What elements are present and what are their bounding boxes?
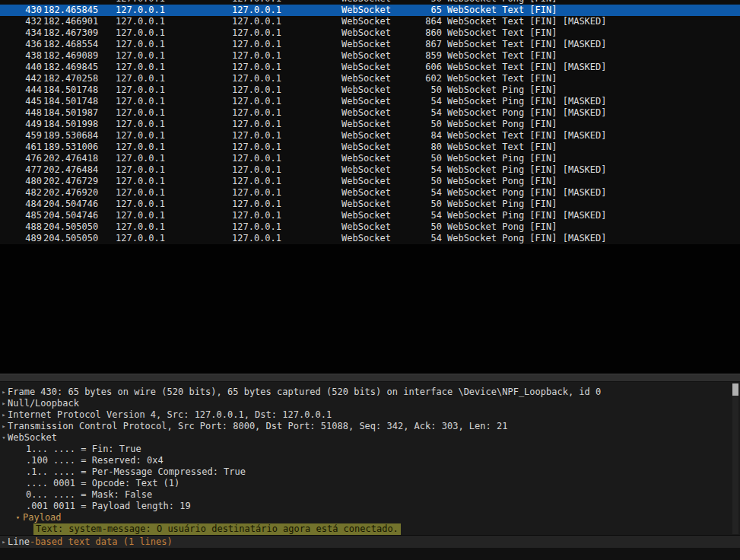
packet-row[interactable]: 438182.469089127.0.0.1127.0.0.1WebSocket… — [0, 50, 740, 62]
cell-info: WebSocket Text [FIN] — [442, 142, 740, 153]
detail-tree-item[interactable]: .1.. .... = Per-Message Compressed: True — [0, 466, 740, 478]
cell-proto: WebSocket — [340, 27, 416, 39]
cell-no: 442 — [0, 73, 42, 84]
expand-arrow-icon[interactable]: ▸ — [0, 538, 8, 546]
detail-tree-item[interactable]: Text: system-message: O usuário destinat… — [0, 523, 740, 535]
packet-row[interactable]: 444184.501748127.0.0.1127.0.0.1WebSocket… — [0, 84, 740, 96]
detail-tree-item[interactable]: .... 0001 = Opcode: Text (1) — [0, 478, 740, 489]
cell-src: 127.0.0.1 — [114, 119, 230, 130]
cell-no: 476 — [0, 153, 42, 164]
cell-src: 127.0.0.1 — [114, 221, 230, 233]
packet-row[interactable]: 449184.501998127.0.0.1127.0.0.1WebSocket… — [0, 119, 740, 130]
detail-tree-item[interactable]: ▸Null/Loopback — [0, 398, 740, 409]
cell-dst: 127.0.0.1 — [230, 39, 340, 50]
cell-proto: WebSocket — [340, 187, 416, 199]
detail-tree-item[interactable]: .100 .... = Reserved: 0x4 — [0, 455, 740, 466]
packet-row[interactable]: 477202.476484127.0.0.1127.0.0.1WebSocket… — [0, 164, 740, 176]
cell-info: WebSocket Pong [FIN] — [442, 176, 740, 187]
detail-item-label: 1... .... = Fin: True — [26, 444, 141, 455]
detail-tree-item[interactable]: ▾WebSocket — [0, 432, 740, 444]
cell-info: WebSocket Ping [FIN] [MASKED] — [442, 164, 740, 176]
cell-info: WebSocket Text [FIN] [MASKED] — [442, 62, 740, 73]
packet-row[interactable]: 476202.476418127.0.0.1127.0.0.1WebSocket… — [0, 153, 740, 164]
detail-scrollbar[interactable] — [732, 383, 738, 534]
cell-no: 448 — [0, 107, 42, 119]
cell-info: WebSocket Ping [FIN] [MASKED] — [442, 210, 740, 221]
cell-time: 182.469845 — [42, 62, 114, 73]
detail-tree-item[interactable]: 0... .... = Mask: False — [0, 489, 740, 501]
cell-time: 204.505050 — [42, 221, 114, 233]
packet-row[interactable]: 436182.468554127.0.0.1127.0.0.1WebSocket… — [0, 39, 740, 50]
wireshark-window: 127.0.0.1127.0.0.1WebSocket50WebSocket P… — [0, 0, 740, 560]
packet-row[interactable]: 432182.466901127.0.0.1127.0.0.1WebSocket… — [0, 16, 740, 27]
packet-row[interactable]: 488204.505050127.0.0.1127.0.0.1WebSocket… — [0, 221, 740, 233]
packet-row-selected[interactable]: 430182.465845127.0.0.1127.0.0.1WebSocket… — [0, 5, 740, 16]
cell-no: 477 — [0, 164, 42, 176]
detail-pane-bottom-space — [0, 548, 740, 560]
expand-arrow-icon[interactable]: ▸ — [0, 409, 8, 421]
cell-no: 430 — [0, 5, 42, 16]
cell-len: 859 — [416, 50, 442, 62]
detail-item-label: Frame 430: 65 bytes on wire (520 bits), … — [8, 387, 601, 398]
detail-tree-item[interactable]: ▸Transmission Control Protocol, Src Port… — [0, 421, 740, 432]
packet-row[interactable]: 440182.469845127.0.0.1127.0.0.1WebSocket… — [0, 62, 740, 73]
cell-proto: WebSocket — [340, 119, 416, 130]
detail-tree-item[interactable]: ▾Payload — [0, 512, 740, 523]
cell-time: 182.467309 — [42, 27, 114, 39]
cell-dst: 127.0.0.1 — [230, 50, 340, 62]
detail-item-label: Transmission Control Protocol, Src Port:… — [8, 421, 507, 432]
cell-time: 182.469089 — [42, 50, 114, 62]
cell-len: 65 — [416, 5, 442, 16]
detail-tree-item[interactable]: ▸Frame 430: 65 bytes on wire (520 bits),… — [0, 387, 740, 398]
cell-src: 127.0.0.1 — [114, 73, 230, 84]
packet-row[interactable]: 442182.470258127.0.0.1127.0.0.1WebSocket… — [0, 73, 740, 84]
detail-tree-item[interactable]: ▸Internet Protocol Version 4, Src: 127.0… — [0, 409, 740, 421]
detail-tree-item-line-based-text-data[interactable]: ▸Line-based text data (1 lines) — [0, 535, 740, 548]
collapse-arrow-icon[interactable]: ▾ — [13, 512, 23, 523]
packet-row[interactable]: 484204.504746127.0.0.1127.0.0.1WebSocket… — [0, 199, 740, 210]
cell-len: 50 — [416, 153, 442, 164]
expand-arrow-icon[interactable]: ▸ — [0, 398, 8, 409]
cell-src: 127.0.0.1 — [114, 130, 230, 142]
cell-len: 50 — [416, 84, 442, 96]
cell-proto: WebSocket — [340, 221, 416, 233]
pane-splitter[interactable] — [0, 374, 740, 382]
cell-no: 480 — [0, 176, 42, 187]
cell-dst: 127.0.0.1 — [230, 119, 340, 130]
cell-time: 182.468554 — [42, 39, 114, 50]
cell-dst: 127.0.0.1 — [230, 16, 340, 27]
cell-no: 438 — [0, 50, 42, 62]
packet-row[interactable]: 480202.476729127.0.0.1127.0.0.1WebSocket… — [0, 176, 740, 187]
packet-row[interactable]: 482202.476920127.0.0.1127.0.0.1WebSocket… — [0, 187, 740, 199]
cell-proto: WebSocket — [340, 84, 416, 96]
cell-proto: WebSocket — [340, 96, 416, 107]
cell-info: WebSocket Pong [FIN] [MASKED] — [442, 107, 740, 119]
detail-tree-item[interactable]: .001 0011 = Payload length: 19 — [0, 501, 740, 512]
cell-no: 436 — [0, 39, 42, 50]
collapse-arrow-icon[interactable]: ▾ — [0, 432, 8, 444]
packet-row[interactable]: 445184.501748127.0.0.1127.0.0.1WebSocket… — [0, 96, 740, 107]
expand-arrow-icon[interactable]: ▸ — [0, 421, 8, 432]
detail-scrollbar-thumb[interactable] — [732, 383, 738, 396]
cell-dst: 127.0.0.1 — [230, 73, 340, 84]
packet-list-pane: 127.0.0.1127.0.0.1WebSocket50WebSocket P… — [0, 0, 740, 374]
packet-row[interactable]: 461189.531006127.0.0.1127.0.0.1WebSocket… — [0, 142, 740, 153]
packet-row[interactable]: 459189.530684127.0.0.1127.0.0.1WebSocket… — [0, 130, 740, 142]
packet-row[interactable]: 434182.467309127.0.0.1127.0.0.1WebSocket… — [0, 27, 740, 39]
cell-proto: WebSocket — [340, 130, 416, 142]
cell-dst: 127.0.0.1 — [230, 210, 340, 221]
cell-dst: 127.0.0.1 — [230, 5, 340, 16]
packet-row[interactable]: 489204.505050127.0.0.1127.0.0.1WebSocket… — [0, 233, 740, 244]
expand-arrow-icon[interactable]: ▸ — [0, 387, 8, 398]
cell-proto: WebSocket — [340, 50, 416, 62]
cell-info: WebSocket Pong [FIN] [MASKED] — [442, 233, 740, 244]
cell-time: 184.501998 — [42, 119, 114, 130]
cell-len: 50 — [416, 199, 442, 210]
cell-proto: WebSocket — [340, 142, 416, 153]
cell-proto: WebSocket — [340, 199, 416, 210]
cell-proto: WebSocket — [340, 164, 416, 176]
packet-row[interactable]: 448184.501987127.0.0.1127.0.0.1WebSocket… — [0, 107, 740, 119]
packet-row[interactable]: 485204.504746127.0.0.1127.0.0.1WebSocket… — [0, 210, 740, 221]
cell-time: 184.501748 — [42, 96, 114, 107]
detail-tree-item[interactable]: 1... .... = Fin: True — [0, 444, 740, 455]
